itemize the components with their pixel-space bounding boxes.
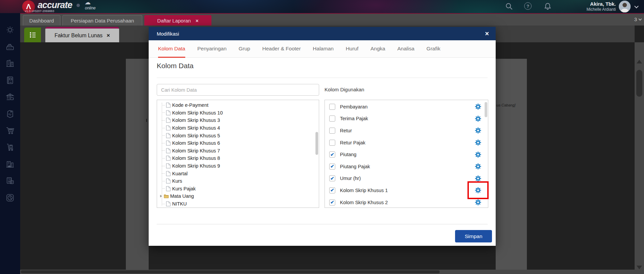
document-icon (166, 102, 171, 108)
document-icon (166, 178, 171, 184)
tab-huruf[interactable]: Huruf (346, 40, 358, 58)
report-page-fragment-left: I (126, 59, 149, 270)
tree-item[interactable]: Kolom Skrip Khusus 10 (160, 109, 319, 117)
used-columns-list[interactable]: Pembayaran Terima Pajak Retur (325, 100, 488, 208)
column-settings-button[interactable] (469, 195, 487, 210)
gear-icon (475, 116, 481, 122)
cash-register-icon (5, 42, 15, 51)
modal-title: Modifikasi (157, 31, 179, 37)
gear-icon (475, 175, 481, 182)
tab-angka[interactable]: Angka (370, 40, 385, 58)
tab-analisa[interactable]: Analisa (397, 40, 414, 58)
available-columns-list[interactable]: Kode e-Payment Kolom Skrip Khusus 10 Kol… (157, 100, 319, 208)
tree-item[interactable]: NITKU (160, 200, 319, 208)
tree-item[interactable]: Kolom Skrip Khusus 8 (160, 154, 319, 162)
tree-item-folder[interactable]: Mata Uang (160, 192, 319, 200)
close-report-tab-icon[interactable]: × (107, 32, 110, 39)
used-column-row: Kolom Skrip Khusus 1 (325, 184, 488, 196)
tree-item[interactable]: Kolom Skrip Khusus 7 (160, 147, 319, 155)
brand-name: accurate (38, 0, 72, 10)
gear-icon (475, 103, 481, 110)
list-scroll-thumb[interactable] (485, 102, 487, 117)
save-button[interactable]: Simpan (455, 230, 492, 242)
search-icon[interactable] (505, 2, 513, 10)
tab-dashboard[interactable]: Dashboard (23, 15, 60, 26)
vertical-scrollbar[interactable] (635, 42, 644, 274)
sidebar-item-banking[interactable] (0, 90, 20, 104)
cloud-icon: ☁ (85, 0, 91, 6)
search-column-input[interactable] (157, 84, 319, 96)
tree-item[interactable]: Kode e-Payment (160, 101, 319, 109)
scroll-down-icon[interactable] (637, 266, 642, 269)
tab-faktur-belum-lunas[interactable]: Faktur Belum Lunas × (45, 27, 119, 42)
tab-daftar-laporan[interactable]: Daftar Laporan × (144, 15, 211, 26)
brand-sub: online (85, 6, 96, 10)
tree-item[interactable]: Kuartal (160, 170, 319, 177)
sidebar-item-reports[interactable] (0, 190, 20, 205)
sidebar-item-company[interactable] (0, 56, 20, 71)
sidebar-item-tax[interactable]: TAX (0, 174, 20, 188)
checkbox[interactable] (329, 187, 335, 193)
svg-text:TAX: TAX (8, 178, 12, 180)
help-icon[interactable]: ? (524, 2, 532, 10)
svg-text:Rp: Rp (8, 113, 11, 116)
document-icon (166, 118, 171, 123)
checkbox[interactable] (329, 140, 335, 146)
sidebar-item-cashier[interactable] (0, 39, 20, 54)
tree-item[interactable]: Kolom Skrip Khusus 3 (160, 117, 319, 124)
tab-grafik[interactable]: Grafik (427, 40, 440, 58)
tree-item[interactable]: Kolom Skrip Khusus 9 (160, 162, 319, 170)
topbar: Λ accurate ☁ online v1.0.1#3207-2069883 … (0, 0, 644, 13)
user-menu-chevron-icon[interactable] (634, 4, 639, 8)
horizontal-scrollbar[interactable] (20, 270, 635, 274)
modifikasi-dialog: Modifikasi × Kolom Data Penyaringan Grup… (149, 27, 496, 246)
tab-header-footer[interactable]: Header & Footer (262, 40, 301, 58)
tab-grup[interactable]: Grup (239, 40, 250, 58)
gear-icon (475, 163, 481, 170)
sidebar-item-inventory[interactable] (0, 140, 20, 155)
checkbox[interactable] (329, 104, 335, 110)
document-icon (166, 140, 171, 146)
list-scroll-thumb[interactable] (315, 132, 318, 155)
checkbox[interactable] (329, 199, 335, 205)
tree-item[interactable]: Kurs Pajak (160, 185, 319, 193)
sidebar-item-pricing[interactable]: Rp (0, 106, 20, 121)
tab-penyaringan[interactable]: Penyaringan (197, 40, 227, 58)
horizontal-scroll-thumb[interactable] (21, 270, 440, 273)
checkbox[interactable] (329, 128, 335, 134)
building-car-icon (5, 159, 15, 169)
tree-item[interactable]: Kolom Skrip Khusus 4 (160, 124, 319, 132)
tab-halaman[interactable]: Halaman (313, 40, 334, 58)
checkbox[interactable] (329, 175, 335, 181)
checkbox[interactable] (329, 164, 335, 170)
modal-header: Modifikasi × (149, 27, 496, 40)
avatar[interactable] (619, 1, 631, 12)
checkbox[interactable] (329, 151, 335, 157)
price-tag-rp-icon: Rp (5, 109, 15, 119)
report-list-button[interactable] (24, 28, 41, 42)
user-info: Akira, Tbk. Michelle Ardianti (587, 1, 616, 12)
document-icon (166, 186, 171, 191)
document-icon (166, 133, 171, 138)
notifications-icon[interactable] (544, 2, 552, 10)
sidebar-item-settings[interactable] (0, 22, 20, 37)
tax-calculator-icon: TAX (5, 176, 15, 186)
page-count-dropdown[interactable]: 3 (634, 16, 641, 22)
expand-arrow-icon[interactable] (160, 195, 162, 197)
sidebar-item-journal[interactable] (0, 73, 20, 88)
pie-chart-icon (5, 193, 15, 202)
sidebar-item-assets[interactable] (0, 157, 20, 172)
tab-kolom-data[interactable]: Kolom Data (158, 40, 185, 58)
scroll-up-icon[interactable] (637, 60, 642, 63)
tab-persiapan-data-perusahaan[interactable]: Persiapan Data Perusahaan (62, 15, 142, 26)
gear-icon (475, 139, 481, 146)
tree-item[interactable]: Kolom Skrip Khusus 6 (160, 139, 319, 147)
tree-item[interactable]: Kurs (160, 177, 319, 185)
app-version: v1.0.1#3207-2069883 (25, 9, 54, 13)
modal-close-icon[interactable]: × (485, 30, 489, 37)
vertical-scroll-thumb[interactable] (636, 70, 642, 97)
tree-item[interactable]: Kolom Skrip Khusus 5 (160, 132, 319, 139)
close-tab-icon[interactable]: × (196, 18, 199, 24)
checkbox[interactable] (329, 116, 335, 122)
sidebar-item-purchases[interactable] (0, 123, 20, 138)
